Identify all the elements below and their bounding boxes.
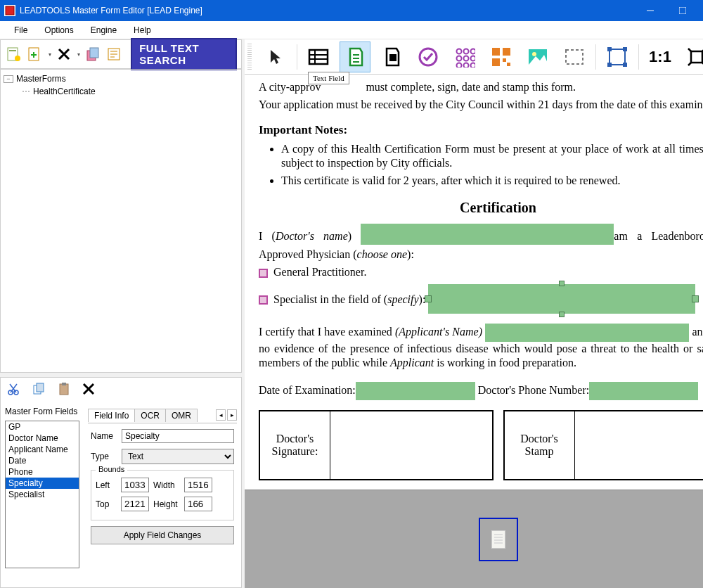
omr-field-icon[interactable] bbox=[376, 41, 407, 72]
tree-child[interactable]: ⋯ HealthCertificate bbox=[4, 85, 238, 98]
svg-point-36 bbox=[464, 63, 469, 68]
field-list-item[interactable]: Date bbox=[6, 455, 79, 466]
left-input[interactable] bbox=[121, 478, 149, 492]
field-list-item[interactable]: GP bbox=[6, 421, 79, 433]
menu-engine[interactable]: Engine bbox=[84, 23, 124, 38]
menu-help[interactable]: Help bbox=[127, 23, 158, 38]
field-list-label: Master Form Fields bbox=[5, 407, 79, 416]
minimize-button[interactable] bbox=[634, 0, 666, 21]
field-list-item[interactable]: Phone bbox=[6, 466, 79, 478]
zoom-actual-icon[interactable]: 1:1 bbox=[645, 41, 676, 72]
dropdown-arrow-icon[interactable]: ▾ bbox=[77, 51, 80, 58]
svg-rect-38 bbox=[492, 48, 500, 56]
cut-icon[interactable] bbox=[6, 382, 20, 398]
add-page-icon[interactable] bbox=[26, 44, 43, 64]
text-field-icon[interactable] bbox=[340, 41, 370, 72]
new-form-icon[interactable] bbox=[5, 44, 22, 64]
field-list-item[interactable]: Specialist bbox=[6, 489, 79, 500]
signature-label: Doctor's Signature: bbox=[260, 411, 330, 479]
document-view[interactable]: A city-approv must complete, sign, date … bbox=[245, 75, 703, 490]
svg-rect-27 bbox=[389, 54, 396, 61]
pointer-tool-icon[interactable] bbox=[260, 41, 291, 72]
type-label: Type bbox=[91, 452, 122, 461]
svg-rect-42 bbox=[507, 63, 510, 66]
field-list-item[interactable]: Doctor Name bbox=[6, 433, 79, 444]
field-region-doctor-name[interactable] bbox=[361, 224, 614, 245]
window-title: LEADTOOLS Master Form Editor [LEAD Engin… bbox=[20, 6, 634, 15]
tab-scroll-right[interactable]: ▸ bbox=[227, 409, 237, 421]
barcode-field-icon[interactable] bbox=[486, 41, 517, 72]
omr-check-icon[interactable] bbox=[413, 41, 444, 72]
field-region-applicant-name[interactable] bbox=[485, 324, 689, 342]
svg-rect-1 bbox=[6, 6, 14, 15]
svg-rect-49 bbox=[607, 63, 612, 67]
width-input[interactable] bbox=[184, 478, 212, 492]
table-field-icon[interactable] bbox=[303, 41, 334, 72]
tree-root[interactable]: − MasterForms bbox=[4, 72, 238, 85]
dropdown-arrow-icon[interactable]: ▾ bbox=[49, 51, 51, 58]
menu-options[interactable]: Options bbox=[37, 23, 80, 38]
field-region-specialty-selected[interactable] bbox=[428, 284, 695, 314]
menu-file[interactable]: File bbox=[7, 23, 34, 38]
height-input[interactable] bbox=[184, 497, 212, 511]
signature-box: Doctor's Signature: bbox=[259, 410, 494, 480]
collapse-icon[interactable]: − bbox=[4, 75, 13, 83]
duplicate-icon[interactable] bbox=[84, 44, 101, 64]
svg-point-30 bbox=[464, 49, 469, 53]
svg-point-44 bbox=[532, 52, 536, 56]
paste-icon[interactable] bbox=[57, 382, 71, 398]
copy-icon[interactable] bbox=[32, 382, 46, 398]
region-tool-icon[interactable] bbox=[559, 41, 590, 72]
right-toolbar: 1:1 Text Field bbox=[245, 39, 703, 75]
menu-bar: File Options Engine Help bbox=[0, 21, 703, 39]
maximize-button[interactable] bbox=[666, 0, 699, 21]
svg-rect-17 bbox=[37, 383, 44, 392]
svg-point-33 bbox=[464, 56, 469, 60]
doc-line: Your application must be received by the… bbox=[259, 98, 703, 113]
svg-rect-50 bbox=[623, 63, 627, 67]
full-text-search-button[interactable]: FULL TEXT SEARCH bbox=[131, 38, 237, 70]
delete-icon[interactable] bbox=[56, 44, 72, 64]
type-select[interactable]: Text bbox=[122, 449, 234, 464]
height-label: Height bbox=[153, 499, 180, 509]
apply-changes-button[interactable]: Apply Field Changes bbox=[91, 526, 234, 544]
app-icon bbox=[4, 5, 15, 16]
tab-scroll-left[interactable]: ◂ bbox=[216, 409, 226, 421]
delete-field-icon[interactable] bbox=[82, 383, 95, 397]
form-tree[interactable]: − MasterForms ⋯ HealthCertificate bbox=[0, 69, 242, 373]
select-region-icon[interactable] bbox=[602, 41, 633, 72]
field-list[interactable]: GPDoctor NameApplicant NameDatePhoneSpec… bbox=[5, 421, 79, 568]
tree-child-label: HealthCertificate bbox=[33, 87, 96, 96]
left-label: Left bbox=[96, 480, 117, 490]
cert-line: I (Doctor's name) am a Leadenboro City-A… bbox=[259, 226, 703, 262]
certification-title: Certification bbox=[259, 198, 703, 217]
svg-rect-48 bbox=[623, 47, 627, 51]
name-label: Name bbox=[91, 431, 122, 441]
field-list-item[interactable]: Applicant Name bbox=[6, 444, 79, 455]
field-list-item[interactable]: Specialty bbox=[6, 478, 79, 489]
bubble-field-icon[interactable] bbox=[449, 41, 480, 72]
top-input[interactable] bbox=[121, 497, 149, 511]
field-region-phone[interactable] bbox=[589, 382, 698, 400]
omr-checkbox-gp[interactable] bbox=[259, 269, 268, 278]
svg-rect-39 bbox=[503, 48, 510, 56]
svg-point-32 bbox=[457, 56, 462, 60]
svg-rect-45 bbox=[566, 50, 583, 64]
tab-ocr[interactable]: OCR bbox=[134, 409, 166, 422]
properties-icon[interactable] bbox=[105, 44, 122, 64]
fit-page-icon[interactable] bbox=[681, 41, 703, 72]
gp-line: General Practitioner. bbox=[259, 265, 703, 280]
svg-rect-9 bbox=[90, 48, 98, 58]
svg-rect-51 bbox=[691, 51, 702, 63]
name-input[interactable] bbox=[122, 429, 234, 443]
svg-point-34 bbox=[471, 56, 476, 60]
signature-row: Doctor's Signature: Doctor's Stamp bbox=[259, 410, 703, 480]
tab-field-info[interactable]: Field Info bbox=[88, 409, 135, 422]
field-region-date[interactable] bbox=[356, 382, 475, 400]
svg-point-31 bbox=[471, 49, 476, 53]
tab-omr[interactable]: OMR bbox=[165, 409, 198, 422]
omr-checkbox-specialist[interactable] bbox=[259, 295, 268, 305]
page-thumbnail[interactable] bbox=[479, 518, 518, 561]
image-field-icon[interactable] bbox=[522, 41, 553, 72]
note-item: This certificate is valid for 2 years, a… bbox=[281, 174, 703, 188]
